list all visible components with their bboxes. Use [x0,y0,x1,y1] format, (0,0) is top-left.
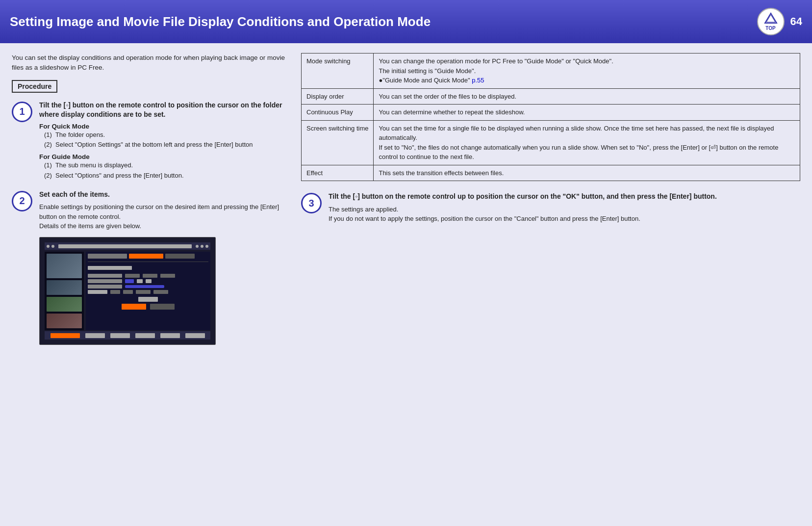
step-1-guide-mode-list: (1) The sub menu is displayed. (2) Selec… [39,160,286,181]
table-cell-label: Continuous Play [302,105,374,121]
step-1-content: Tilt the [◦] button on the remote contro… [39,101,286,181]
step-2: 2 Set each of the items. Enable settings… [12,190,286,345]
table-cell-label: Effect [302,165,374,181]
step-3-content: Tilt the [◦] button on the remote contro… [329,192,800,224]
intro-text: You can set the display conditions and o… [12,53,286,73]
table-cell-desc: You can set the time for a single file t… [374,120,800,165]
list-item: (1) The sub menu is displayed. [44,160,286,171]
list-item: (2) Select "Option Settings" at the bott… [44,140,286,150]
top-label: TOP [765,26,775,31]
step-3-heading: Tilt the [◦] button on the remote contro… [329,192,800,202]
step-3: 3 Tilt the [◦] button on the remote cont… [301,192,800,224]
list-item: (2) Select "Options" and press the [Ente… [44,171,286,181]
table-cell-desc: You can determine whether to repeat the … [374,105,800,121]
table-link[interactable]: p.55 [472,77,484,84]
top-icon-symbol [764,12,778,26]
table-row: Display order You can set the order of t… [302,88,800,105]
table-cell-label: Screen switching time [302,120,374,165]
left-column: You can set the display conditions and o… [12,53,286,354]
table-cell-desc: You can change the operation mode for PC… [374,53,800,89]
settings-table: Mode switching You can change the operat… [301,53,800,181]
step-3-number: 3 [301,193,322,213]
right-column: Mode switching You can change the operat… [301,53,800,354]
table-cell-desc: You can set the order of the files to be… [374,88,800,105]
step-2-text: Enable settings by positioning the curso… [39,202,286,231]
page-title: Setting Image and Movie File Display Con… [10,14,757,29]
table-row: Screen switching time You can set the ti… [302,120,800,165]
top-icon[interactable]: TOP [757,8,785,35]
main-content: You can set the display conditions and o… [0,43,812,364]
step-2-content: Set each of the items. Enable settings b… [39,190,286,345]
table-cell-label: Mode switching [302,53,374,89]
list-item: (1) The folder opens. [44,130,286,140]
table-row: Mode switching You can change the operat… [302,53,800,89]
step-3-text: The settings are applied. If you do not … [329,205,800,224]
page-header: Setting Image and Movie File Display Con… [0,0,812,43]
step-1-heading: Tilt the [◦] button on the remote contro… [39,101,286,120]
page-number: 64 [790,15,802,28]
step-1-number: 1 [12,102,32,122]
header-right: TOP 64 [757,8,802,35]
screenshot [39,237,216,345]
table-row: Continuous Play You can determine whethe… [302,105,800,121]
table-row: Effect This sets the transition effects … [302,165,800,181]
step-2-number: 2 [12,191,32,211]
step-1-quick-mode-label: For Quick Mode [39,123,286,130]
table-cell-label: Display order [302,88,374,105]
procedure-box: Procedure [12,80,57,93]
step-1-guide-mode-label: For Guide Mode [39,153,286,160]
table-cell-desc: This sets the transition effects between… [374,165,800,181]
step-1: 1 Tilt the [◦] button on the remote cont… [12,101,286,181]
step-1-quick-mode-list: (1) The folder opens. (2) Select "Option… [39,130,286,151]
step-2-heading: Set each of the items. [39,190,286,200]
